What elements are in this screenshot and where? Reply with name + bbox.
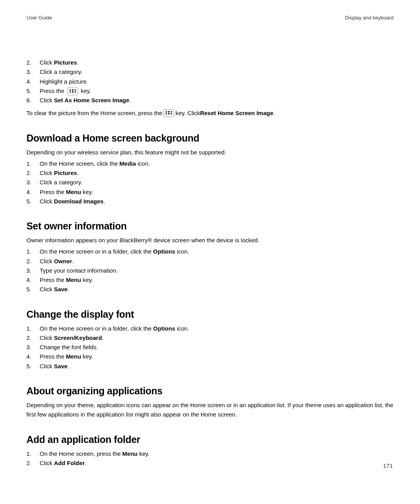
step-text: Press the key. <box>40 86 394 95</box>
list-item: 4.Highlight a picture. <box>26 77 394 86</box>
heading-owner-info: Set owner information <box>26 220 394 232</box>
blackberry-menu-icon <box>70 89 76 93</box>
blackberry-menu-icon <box>166 111 172 115</box>
page-container: User Guide Display and keyboard 2.Click … <box>0 0 420 467</box>
list-item: 5.Click Save. <box>26 362 394 371</box>
list-item: 5.Press the key. <box>26 86 394 95</box>
step-number: 6. <box>26 96 40 105</box>
page-number: 171 <box>383 462 393 469</box>
list-item: 4.Press the Menu key. <box>26 187 394 196</box>
list-item: 3.Change the font fields. <box>26 343 394 352</box>
step-number: 3. <box>26 67 40 76</box>
step-text: Click Set As Home Screen Image. <box>40 96 394 105</box>
step-text: Click Pictures. <box>40 58 394 67</box>
addfolder-steps-list: 1.On the Home screen, press the Menu key… <box>26 449 394 468</box>
heading-organizing-apps: About organizing applications <box>26 385 394 397</box>
menu-key-icon <box>163 109 174 117</box>
list-item: 2.Click Screen/Keyboard. <box>26 333 394 342</box>
list-item: 5.Click Download Images. <box>26 197 394 206</box>
font-steps-list: 1.On the Home screen or in a folder, cli… <box>26 324 394 371</box>
header-left: User Guide <box>26 15 52 21</box>
list-item: 3.Click a category. <box>26 178 394 187</box>
list-item: 2.Click Pictures. <box>26 58 394 67</box>
download-steps-list: 1.On the Home screen, click the Media ic… <box>26 159 394 206</box>
list-item: 6.Click Set As Home Screen Image. <box>26 96 394 105</box>
menu-key-icon <box>67 88 78 95</box>
step-text: Highlight a picture. <box>40 77 394 86</box>
page-header: User Guide Display and keyboard <box>26 15 394 21</box>
list-item: 1.On the Home screen, press the Menu key… <box>26 449 394 458</box>
list-item: 1.On the Home screen or in a folder, cli… <box>26 324 394 333</box>
heading-add-folder: Add an application folder <box>26 434 394 445</box>
clear-picture-paragraph: To clear the picture from the Home scree… <box>26 108 394 117</box>
step-number: 5. <box>26 86 40 95</box>
list-item: 3.Click a category. <box>26 67 394 76</box>
owner-steps-list: 1.On the Home screen or in a folder, cli… <box>26 247 394 294</box>
list-item: 3.Type your contact information. <box>26 266 394 275</box>
list-item: 5.Click Save. <box>26 285 394 294</box>
list-item: 4.Press the Menu key. <box>26 352 394 361</box>
intro-owner: Owner information appears on your BlackB… <box>26 236 394 245</box>
heading-display-font: Change the display font <box>26 309 394 320</box>
list-item: 1.On the Home screen or in a folder, cli… <box>26 247 394 256</box>
initial-steps-list: 2.Click Pictures. 3.Click a category. 4.… <box>26 58 394 105</box>
intro-download: Depending on your wireless service plan,… <box>26 148 394 157</box>
step-text: Click a category. <box>40 67 394 76</box>
heading-download-background: Download a Home screen background <box>26 133 394 144</box>
organizing-body: Depending on your theme, application ico… <box>26 401 394 419</box>
list-item: 1.On the Home screen, click the Media ic… <box>26 159 394 168</box>
step-number: 4. <box>26 77 40 86</box>
step-number: 2. <box>26 58 40 67</box>
list-item: 2.Click Pictures. <box>26 168 394 177</box>
header-right: Display and keyboard <box>345 15 394 21</box>
page-content: 2.Click Pictures. 3.Click a category. 4.… <box>26 58 394 467</box>
list-item: 2.Click Add Folder. <box>26 458 394 467</box>
list-item: 2.Click Owner. <box>26 257 394 266</box>
list-item: 4.Press the Menu key. <box>26 275 394 284</box>
